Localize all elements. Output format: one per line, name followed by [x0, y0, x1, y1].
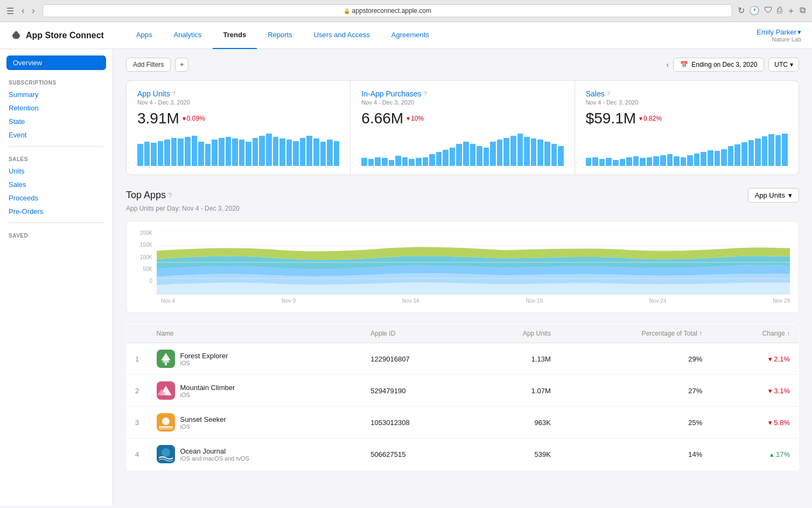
sidebar-item-event[interactable]: Event	[0, 128, 113, 142]
sidebar-item-retention[interactable]: Retention	[0, 101, 113, 115]
help-icon-in-app-purchases[interactable]: ?	[424, 91, 427, 97]
bar	[537, 140, 543, 166]
app-name: Sunset Seeker	[180, 415, 226, 423]
bar	[266, 134, 272, 166]
tabs-icon[interactable]: ⧉	[800, 5, 806, 17]
help-icon-app-units[interactable]: ?	[172, 91, 176, 97]
col-percentage[interactable]: Percentage of Total ↑	[559, 324, 711, 343]
shield-icon[interactable]: 🛡	[764, 5, 773, 17]
bar	[334, 141, 340, 166]
change-cell: ▾ 2.1%	[711, 343, 799, 375]
nav-reports[interactable]: Reports	[257, 22, 303, 49]
sidebar-item-sales[interactable]: Sales	[0, 178, 113, 191]
bar	[775, 135, 781, 166]
metric-change-in-app-purchases: ▾ 10%	[407, 115, 424, 122]
app-info: Sunset Seeker iOS	[180, 415, 226, 430]
metric-chart-sales	[586, 134, 788, 166]
col-change[interactable]: Change ↑	[711, 324, 799, 343]
nav-back[interactable]: ‹	[19, 5, 26, 17]
help-icon-top-apps[interactable]: ?	[168, 191, 172, 199]
user-name: Emily Parker ▾	[757, 28, 801, 36]
bar	[361, 158, 367, 166]
app-icon	[157, 381, 175, 400]
browser-chrome: ☰ ‹ › 🔒 appstoreconnect.apple.com ↻ 🕐 🛡 …	[0, 0, 812, 22]
add-filters-button[interactable]: Add Filters	[126, 58, 171, 72]
url-text: appstoreconnect.apple.com	[352, 7, 431, 15]
timezone-chevron: ▾	[790, 61, 793, 68]
bar	[510, 136, 516, 166]
address-bar[interactable]: 🔒 appstoreconnect.apple.com	[43, 4, 732, 17]
apple-id-cell: 529479190	[362, 375, 471, 407]
help-icon-sales[interactable]: ?	[607, 91, 610, 97]
clock-icon[interactable]: 🕐	[749, 5, 760, 17]
share-icon[interactable]: ⎙	[777, 5, 782, 17]
app-cell: Sunset Seeker iOS	[157, 413, 354, 432]
svg-point-17	[162, 448, 170, 457]
nav-analytics[interactable]: Analytics	[163, 22, 213, 49]
app-icon	[157, 350, 175, 368]
chart-x-labels: Nov 4 Nov 9 Nov 14 Nov 19 Nov 24 Nov 29	[161, 295, 790, 304]
bar	[531, 138, 537, 166]
app-units-cell: 1.13M	[471, 343, 559, 375]
bar	[620, 159, 626, 166]
bar	[470, 144, 476, 166]
sidebar-divider-2	[9, 222, 104, 223]
sidebar-item-preorders[interactable]: Pre-Orders	[0, 205, 113, 218]
metric-selector-button[interactable]: App Units ▾	[748, 188, 799, 203]
sidebar-item-summary[interactable]: Summary	[0, 88, 113, 101]
app-info: Ocean Journal iOS and macOS and tvOS	[180, 447, 249, 462]
selector-chevron: ▾	[788, 191, 792, 199]
apple-id-cell: 1053012308	[362, 407, 471, 439]
nav-agreements[interactable]: Agreements	[381, 22, 440, 49]
filter-plus-button[interactable]: +	[175, 58, 188, 72]
apple-id-cell: 506627515	[362, 439, 471, 470]
bar	[429, 154, 435, 166]
sidebar-toggle[interactable]: ☰	[6, 6, 14, 16]
sidebar-item-proceeds[interactable]: Proceeds	[0, 191, 113, 205]
app-units-cell: 1.07M	[471, 375, 559, 407]
bar	[741, 142, 747, 166]
col-apple-id[interactable]: Apple ID	[362, 324, 471, 343]
nav-apps[interactable]: Apps	[125, 22, 163, 49]
new-tab-icon[interactable]: ＋	[787, 5, 795, 17]
sidebar-item-state[interactable]: State	[0, 115, 113, 128]
nav-forward[interactable]: ›	[30, 5, 37, 17]
table-row: 4 Ocean Journal iOS and macOS and tvOS 5…	[127, 439, 799, 470]
sidebar-overview[interactable]: Overview	[6, 55, 106, 70]
area-chart-svg	[157, 230, 790, 295]
bar	[300, 138, 306, 166]
bar	[701, 152, 706, 166]
bar	[313, 138, 319, 166]
col-name[interactable]: Name	[148, 324, 362, 343]
user-section[interactable]: Emily Parker ▾ Nature Lab	[757, 28, 801, 43]
percentage-cell: 27%	[559, 375, 711, 407]
metric-card-app-units: App Units ? Nov 4 - Dec 3, 2020 3.91M ▾ …	[127, 81, 350, 175]
bar	[198, 142, 204, 166]
browser-nav: ‹ ›	[19, 5, 37, 17]
change-cell: ▴ 17%	[711, 439, 799, 470]
bar	[633, 156, 639, 166]
bar	[423, 157, 429, 166]
bar	[279, 138, 285, 166]
bar	[599, 159, 605, 166]
nav-trends[interactable]: Trends	[213, 22, 257, 49]
reload-icon[interactable]: ↻	[738, 5, 745, 17]
section-subtitle: App Units per Day: Nov 4 - Dec 3, 2020	[126, 205, 799, 212]
sidebar-divider-1	[9, 146, 104, 147]
timezone-button[interactable]: UTC ▾	[768, 58, 799, 72]
col-app-units[interactable]: App Units	[471, 324, 559, 343]
metric-chart-in-app-purchases	[361, 134, 563, 166]
date-prev-button[interactable]: ‹	[667, 60, 669, 69]
filter-bar: Add Filters + ‹ 📅 Ending on Dec 3, 2020 …	[126, 58, 799, 72]
lock-icon: 🔒	[344, 8, 350, 14]
app-header: App Store Connect Apps Analytics Trends …	[0, 22, 812, 49]
bar	[490, 142, 496, 166]
nav-users-access[interactable]: Users and Access	[303, 22, 381, 49]
bar	[782, 134, 788, 166]
bar	[151, 143, 157, 166]
app-icon	[157, 413, 175, 432]
bar	[443, 150, 449, 166]
sidebar-item-units[interactable]: Units	[0, 164, 113, 178]
date-range-button[interactable]: 📅 Ending on Dec 3, 2020	[673, 58, 764, 72]
bar	[653, 156, 659, 166]
